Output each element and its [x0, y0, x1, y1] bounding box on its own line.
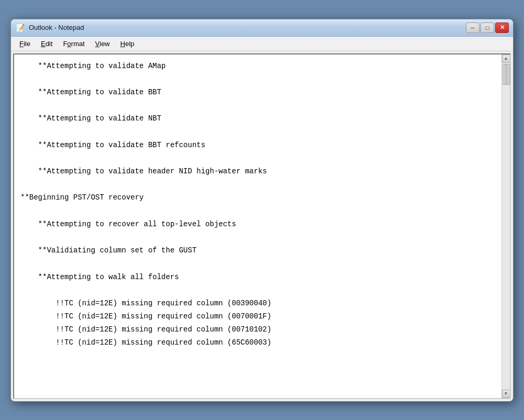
vertical-scrollbar: ▲ ▼ [501, 54, 510, 398]
menu-bar: File Edit Format View Help [11, 37, 513, 51]
scroll-down-button[interactable]: ▼ [502, 390, 510, 398]
window-title: Outlook - Notepad [29, 24, 84, 31]
minimize-button[interactable]: ─ [466, 23, 479, 33]
window-controls: ─ □ ✕ [466, 23, 509, 33]
app-icon: 📝 [15, 23, 25, 32]
menu-view[interactable]: View [91, 38, 114, 49]
scrollbar-thumb[interactable] [503, 64, 510, 85]
scrollbar-track[interactable] [502, 63, 510, 390]
close-button[interactable]: ✕ [495, 23, 509, 33]
menu-help[interactable]: Help [116, 38, 139, 49]
scroll-up-button[interactable]: ▲ [502, 54, 510, 63]
menu-format[interactable]: Format [59, 38, 89, 49]
content-area: **Attempting to validate AMap **Attempti… [13, 53, 511, 399]
menu-file[interactable]: File [15, 38, 35, 49]
maximize-button[interactable]: □ [481, 23, 494, 33]
title-bar: 📝 Outlook - Notepad ─ □ ✕ [11, 19, 513, 37]
menu-edit[interactable]: Edit [37, 38, 57, 49]
title-bar-left: 📝 Outlook - Notepad [15, 23, 84, 32]
text-editor[interactable]: **Attempting to validate AMap **Attempti… [14, 54, 501, 398]
notepad-window: 📝 Outlook - Notepad ─ □ ✕ File Edit Form… [10, 19, 514, 402]
